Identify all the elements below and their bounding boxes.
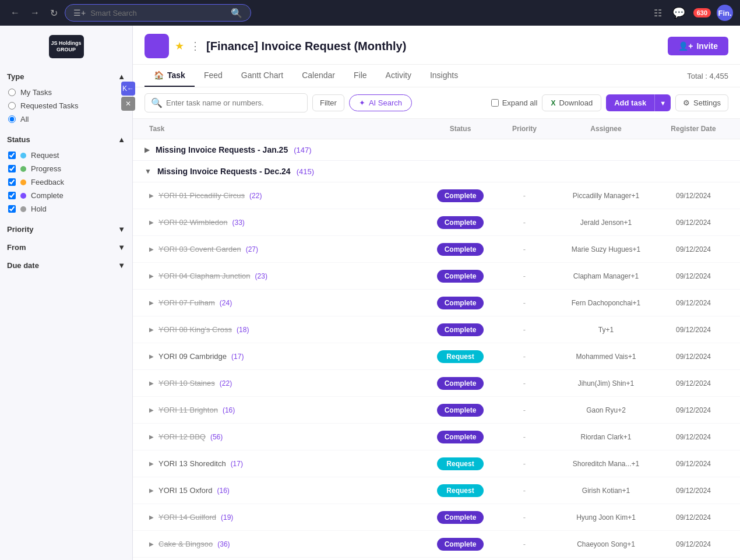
- task-name[interactable]: YORI 02 Wimbledon: [158, 218, 228, 227]
- status-badge[interactable]: Complete: [437, 431, 484, 443]
- status-feedback[interactable]: Feedback: [7, 175, 125, 189]
- avatar-button[interactable]: Fin.: [717, 5, 733, 21]
- type-filter-header[interactable]: Type ▲: [7, 72, 125, 81]
- task-name[interactable]: YORI 04 Clapham Junction: [158, 272, 251, 280]
- smart-search-input[interactable]: [90, 9, 226, 17]
- task-expand-icon[interactable]: ▶: [149, 326, 154, 333]
- ai-search-button[interactable]: ✦ AI Search: [349, 94, 412, 111]
- type-requested-tasks-radio[interactable]: [8, 102, 16, 110]
- status-badge[interactable]: Complete: [437, 511, 484, 524]
- status-hold-checkbox[interactable]: [8, 205, 16, 213]
- due-date-expand-icon: ▼: [118, 261, 125, 270]
- status-badge[interactable]: Complete: [437, 404, 484, 417]
- task-name[interactable]: YORI 08 King's Cross: [158, 325, 232, 334]
- expand-all-text: Expand all: [502, 98, 538, 107]
- more-options-icon[interactable]: ⋮: [190, 40, 200, 52]
- task-expand-icon[interactable]: ▶: [149, 407, 154, 413]
- smart-search-box[interactable]: ☰+ 🔍: [65, 4, 251, 22]
- add-task-button[interactable]: Add task: [606, 94, 654, 111]
- status-badge[interactable]: Request: [437, 350, 484, 363]
- group-jan25[interactable]: ▶ Missing Invoice Requests - Jan.25 (147…: [133, 139, 740, 161]
- expand-all-checkbox[interactable]: [491, 99, 499, 107]
- status-badge[interactable]: Complete: [437, 538, 484, 551]
- task-expand-icon[interactable]: ▶: [149, 219, 154, 226]
- task-expand-icon[interactable]: ▶: [149, 434, 154, 440]
- download-button[interactable]: X Download: [542, 94, 601, 111]
- tab-file[interactable]: File: [344, 65, 376, 87]
- add-task-dropdown-button[interactable]: ▼: [654, 94, 671, 111]
- status-complete[interactable]: Complete: [7, 189, 125, 202]
- chat-icon-button[interactable]: 💬: [670, 4, 688, 22]
- status-badge[interactable]: Complete: [437, 189, 484, 202]
- settings-button[interactable]: ⚙ Settings: [675, 94, 728, 111]
- expand-all-label[interactable]: Expand all: [491, 98, 538, 107]
- status-badge[interactable]: Complete: [437, 270, 484, 283]
- status-complete-checkbox[interactable]: [8, 192, 16, 199]
- collapse-sidebar-button[interactable]: K←: [121, 82, 133, 96]
- task-name[interactable]: YORI 10 Staines: [158, 379, 215, 388]
- type-my-tasks[interactable]: My Tasks: [7, 86, 125, 99]
- status-badge[interactable]: Request: [437, 457, 484, 470]
- tab-task[interactable]: 🏠 Task: [145, 65, 195, 87]
- status-progress[interactable]: Progress: [7, 162, 125, 175]
- task-cell-priority: -: [495, 267, 554, 285]
- tab-insights[interactable]: Insights: [421, 65, 467, 87]
- status-badge[interactable]: Complete: [437, 243, 484, 256]
- status-hold[interactable]: Hold: [7, 202, 125, 216]
- status-feedback-checkbox[interactable]: [8, 178, 16, 186]
- type-my-tasks-radio[interactable]: [8, 89, 16, 96]
- task-expand-icon[interactable]: ▶: [149, 192, 154, 199]
- tab-activity[interactable]: Activity: [376, 65, 421, 87]
- task-name[interactable]: YORI 07 Fulham: [158, 298, 215, 307]
- task-search-input[interactable]: [166, 98, 301, 107]
- task-name[interactable]: YORI 11 Brighton: [158, 406, 218, 414]
- network-icon-button[interactable]: ☷: [651, 5, 664, 21]
- status-progress-checkbox[interactable]: [8, 165, 16, 172]
- tab-calendar[interactable]: Calendar: [293, 65, 344, 87]
- task-expand-icon[interactable]: ▶: [149, 273, 154, 279]
- status-badge[interactable]: Complete: [437, 297, 484, 309]
- favorite-icon[interactable]: ★: [175, 40, 184, 52]
- task-expand-icon[interactable]: ▶: [149, 541, 154, 547]
- task-name[interactable]: YORI 13 Shoreditch: [158, 459, 226, 468]
- tab-feed[interactable]: Feed: [195, 65, 232, 87]
- filter-button[interactable]: Filter: [312, 94, 344, 111]
- priority-filter-header[interactable]: Priority ▼: [7, 225, 125, 234]
- from-filter-header[interactable]: From ▼: [7, 243, 125, 252]
- status-badge[interactable]: Complete: [437, 216, 484, 229]
- task-expand-icon[interactable]: ▶: [149, 380, 154, 386]
- type-all-radio[interactable]: [8, 115, 16, 123]
- status-badge[interactable]: Request: [437, 484, 484, 497]
- status-badge[interactable]: Complete: [437, 323, 484, 336]
- task-name[interactable]: YORI 01 Piccadilly Circus: [158, 191, 245, 200]
- status-badge[interactable]: Complete: [437, 377, 484, 390]
- invite-button[interactable]: 👤+ Invite: [668, 37, 728, 55]
- task-name[interactable]: YORI 12 BBQ: [158, 432, 206, 441]
- task-name[interactable]: YORI 14 Guilford: [158, 513, 216, 522]
- refresh-button[interactable]: ↻: [47, 5, 61, 21]
- task-expand-icon[interactable]: ▶: [149, 487, 154, 494]
- notification-badge[interactable]: 630: [693, 8, 711, 17]
- task-expand-icon[interactable]: ▶: [149, 353, 154, 360]
- status-filter-header[interactable]: Status ▲: [7, 135, 125, 144]
- status-request-checkbox[interactable]: [8, 152, 16, 159]
- task-name[interactable]: Cake & Bingsoo: [158, 540, 213, 548]
- close-panel-button[interactable]: ✕: [121, 97, 133, 111]
- task-expand-icon[interactable]: ▶: [149, 460, 154, 467]
- task-expand-icon[interactable]: ▶: [149, 246, 154, 252]
- back-button[interactable]: ←: [7, 5, 23, 20]
- task-cell-status: Complete: [425, 265, 495, 287]
- task-search-box[interactable]: 🔍: [145, 93, 308, 112]
- type-all[interactable]: All: [7, 112, 125, 126]
- task-expand-icon[interactable]: ▶: [149, 300, 154, 306]
- due-date-filter-header[interactable]: Due date ▼: [7, 261, 125, 270]
- task-expand-icon[interactable]: ▶: [149, 514, 154, 520]
- task-name[interactable]: YORI 09 Cambridge: [158, 352, 227, 361]
- tab-gantt[interactable]: Gantt Chart: [232, 65, 293, 87]
- task-name[interactable]: YORI 15 Oxford: [158, 486, 212, 495]
- group-dec24[interactable]: ▼ Missing Invoice Requests - Dec.24 (415…: [133, 161, 740, 182]
- forward-button[interactable]: →: [27, 5, 43, 20]
- type-requested-tasks[interactable]: Requested Tasks: [7, 99, 125, 112]
- status-request[interactable]: Request: [7, 149, 125, 162]
- task-name[interactable]: YORI 03 Covent Garden: [158, 245, 241, 253]
